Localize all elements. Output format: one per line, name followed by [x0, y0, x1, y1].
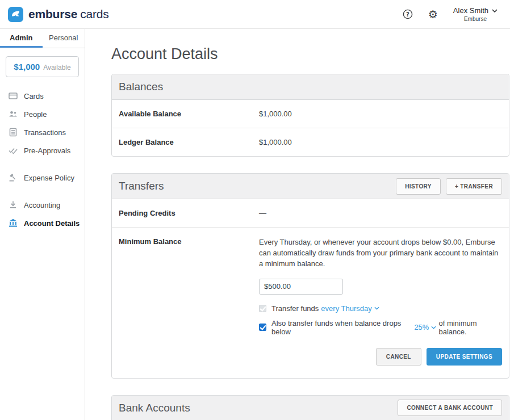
download-icon	[9, 200, 18, 209]
balances-section-title: Balances	[119, 81, 163, 93]
menu-divider-gap	[0, 159, 85, 169]
minimum-balance-input[interactable]	[259, 279, 343, 295]
sidebar-item-label: Accounting	[24, 201, 60, 209]
schedule-text: Transfer funds	[271, 304, 319, 313]
threshold-checkbox[interactable]	[259, 324, 266, 331]
transfer-schedule-option: Transfer funds every Thursday	[259, 304, 502, 313]
svg-text:?: ?	[406, 11, 409, 18]
tab-admin[interactable]: Admin	[0, 29, 43, 48]
threshold-text-suffix: of minimum balance.	[438, 319, 502, 336]
sidebar: Admin Personal $1,000Available Cards Peo…	[0, 29, 85, 420]
main-content: Account Details Balances Available Balan…	[85, 29, 510, 420]
sidebar-item-label: Transactions	[24, 128, 66, 137]
threshold-transfer-option: Also transfer funds when balance drops b…	[259, 319, 502, 336]
schedule-checkbox[interactable]	[259, 305, 266, 312]
transfers-section-title: Transfers	[119, 180, 164, 192]
pending-credits-row: Pending Credits —	[112, 199, 509, 227]
sidebar-menu: Cards People Transactions Pre-Approvals	[0, 87, 85, 232]
sidebar-item-cards[interactable]: Cards	[0, 87, 85, 105]
cancel-button[interactable]: CANCEL	[376, 348, 421, 366]
page-title: Account Details	[111, 45, 509, 63]
sidebar-item-label: Cards	[24, 92, 44, 100]
update-settings-button[interactable]: UPDATE SETTINGS	[427, 348, 502, 366]
sidebar-tabs: Admin Personal	[0, 29, 85, 48]
card-icon	[9, 91, 18, 100]
emburse-logo-icon	[8, 7, 23, 22]
sidebar-item-expense-policy[interactable]: Expense Policy	[0, 169, 85, 187]
app-header: embursecards ? ⚙ Alex Smith Emburse	[0, 0, 510, 29]
threshold-text-prefix: Also transfer funds when balance drops b…	[271, 319, 412, 336]
sidebar-item-label: Pre-Approvals	[24, 146, 70, 155]
user-org: Emburse	[453, 16, 498, 22]
people-icon	[9, 110, 18, 119]
user-menu[interactable]: Alex Smith Emburse	[453, 6, 498, 22]
row-value: —	[259, 209, 266, 217]
chevron-down-icon	[492, 9, 498, 12]
tab-personal[interactable]: Personal	[43, 29, 85, 48]
minimum-balance-description: Every Thursday, or whenever your account…	[259, 237, 502, 270]
transactions-list-icon	[9, 128, 18, 137]
sidebar-item-pre-approvals[interactable]: Pre-Approvals	[0, 141, 85, 159]
sidebar-item-label: Expense Policy	[24, 174, 74, 182]
row-label: Available Balance	[119, 110, 259, 118]
row-label: Ledger Balance	[119, 138, 259, 146]
minimum-balance-row: Minimum Balance Every Thursday, or whene…	[112, 227, 509, 378]
transfers-section: Transfers HISTORY + TRANSFER Pending Cre…	[111, 173, 509, 379]
double-check-icon	[9, 146, 18, 155]
sidebar-item-people[interactable]: People	[0, 105, 85, 123]
bank-icon	[9, 219, 18, 228]
menu-divider-gap	[0, 187, 85, 196]
row-value: $1,000.00	[259, 110, 292, 118]
available-balance-row: Available Balance $1,000.00	[112, 100, 509, 128]
row-label: Pending Credits	[119, 209, 259, 217]
bank-accounts-section-title: Bank Accounts	[119, 402, 190, 414]
sidebar-item-label: Account Details	[24, 219, 80, 228]
bank-accounts-section: Bank Accounts CONNECT A BANK ACCOUNT Pla…	[111, 395, 509, 420]
connect-bank-account-button[interactable]: CONNECT A BANK ACCOUNT	[398, 400, 502, 416]
chevron-down-icon[interactable]	[374, 306, 379, 310]
balance-amount: $1,000	[14, 62, 40, 72]
sidebar-item-label: People	[24, 110, 47, 119]
ledger-balance-row: Ledger Balance $1,000.00	[112, 128, 509, 156]
sidebar-item-account-details[interactable]: Account Details	[0, 214, 85, 232]
user-name: Alex Smith	[453, 6, 488, 15]
emburse-logo-text: embursecards	[28, 7, 109, 21]
available-balance-box[interactable]: $1,000Available	[6, 56, 79, 77]
row-label: Minimum Balance	[119, 237, 259, 368]
row-value: $1,000.00	[259, 138, 292, 146]
logo-word-cards: cards	[80, 7, 108, 20]
new-transfer-button[interactable]: + TRANSFER	[446, 178, 502, 195]
threshold-percent-link[interactable]: 25%	[414, 323, 429, 331]
sidebar-item-transactions[interactable]: Transactions	[0, 123, 85, 141]
emburse-logo[interactable]: embursecards	[8, 7, 109, 22]
chevron-down-icon[interactable]	[431, 326, 436, 329]
balance-label: Available	[43, 64, 70, 72]
balances-section: Balances Available Balance $1,000.00 Led…	[111, 74, 509, 157]
logo-word-emburse: emburse	[28, 7, 77, 20]
history-button[interactable]: HISTORY	[396, 178, 441, 195]
settings-gear-icon[interactable]: ⚙	[428, 9, 438, 20]
sidebar-item-accounting[interactable]: Accounting	[0, 196, 85, 214]
gavel-icon	[9, 173, 18, 182]
schedule-frequency-link[interactable]: every Thursday	[321, 304, 371, 313]
help-icon[interactable]: ?	[403, 9, 413, 19]
